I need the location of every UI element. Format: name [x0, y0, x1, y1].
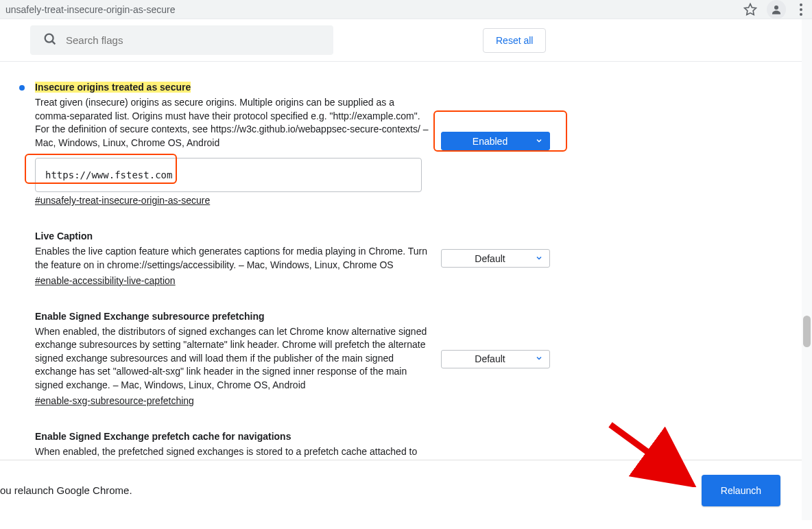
relaunch-bar: ou relaunch Google Chrome. Relaunch: [0, 460, 812, 520]
flag-select-wrap: Default: [441, 350, 550, 368]
search-icon: [43, 32, 58, 49]
flags-content: Insecure origins treated as secure Treat…: [0, 62, 812, 469]
reset-all-button[interactable]: Reset all: [483, 28, 546, 53]
flag-input-wrap: [35, 158, 422, 192]
flag-modified-dot-icon: [19, 85, 25, 91]
flag-text-block: Enable Signed Exchange subresource prefe…: [35, 310, 430, 407]
flag-anchor-link[interactable]: #enable-accessibility-live-caption: [35, 275, 176, 286]
profile-avatar-icon[interactable]: [767, 0, 786, 19]
flag-text-block: Live Caption Enables the live caption fe…: [35, 230, 430, 286]
search-input[interactable]: [66, 34, 321, 46]
flag-title: Enable Signed Exchange prefetch cache fo…: [35, 431, 291, 442]
secure-origins-input[interactable]: [35, 158, 422, 192]
flag-anchor-link[interactable]: #enable-sxg-subresource-prefetching: [35, 395, 194, 406]
flag-item: Insecure origins treated as secure Treat…: [19, 81, 812, 207]
flag-title: Enable Signed Exchange subresource prefe…: [35, 311, 265, 322]
flag-title: Insecure origins treated as secure: [35, 82, 191, 93]
flag-text-block: Insecure origins treated as secure Treat…: [35, 81, 430, 207]
svg-point-1: [774, 5, 778, 10]
relaunch-button[interactable]: Relaunch: [702, 475, 780, 506]
svg-point-2: [45, 34, 53, 42]
flag-description: When enabled, the distributors of signed…: [35, 325, 430, 392]
flags-header: Reset all: [0, 19, 812, 62]
flag-select-wrap: Enabled: [441, 132, 550, 150]
flag-state-select[interactable]: Default: [441, 350, 550, 368]
scrollbar-thumb[interactable]: [803, 316, 811, 347]
browser-omnibox-bar: unsafely-treat-insecure-origin-as-secure: [0, 0, 812, 19]
browser-menu-icon[interactable]: [796, 3, 807, 16]
scrollbar-track[interactable]: [802, 19, 812, 520]
relaunch-message: ou relaunch Google Chrome.: [0, 484, 132, 496]
flag-anchor-link[interactable]: #unsafely-treat-insecure-origin-as-secur…: [35, 195, 210, 206]
flag-description: Treat given (insecure) origins as secure…: [35, 96, 430, 150]
svg-marker-0: [745, 3, 756, 14]
bookmark-star-icon[interactable]: [743, 3, 757, 16]
flag-select-wrap: Default: [441, 249, 550, 268]
flag-item: Enable Signed Exchange subresource prefe…: [19, 310, 812, 407]
search-flags-box[interactable]: [30, 25, 333, 55]
svg-line-3: [52, 40, 55, 43]
omnibox-icons: [743, 0, 807, 19]
flag-state-select[interactable]: Enabled: [441, 132, 550, 150]
flag-state-select[interactable]: Default: [441, 249, 550, 268]
flag-item: Live Caption Enables the live caption fe…: [19, 230, 812, 286]
omnibox-url[interactable]: unsafely-treat-insecure-origin-as-secure: [5, 4, 743, 15]
flag-description: Enables the live caption feature which g…: [35, 245, 430, 272]
flag-title: Live Caption: [35, 231, 93, 242]
